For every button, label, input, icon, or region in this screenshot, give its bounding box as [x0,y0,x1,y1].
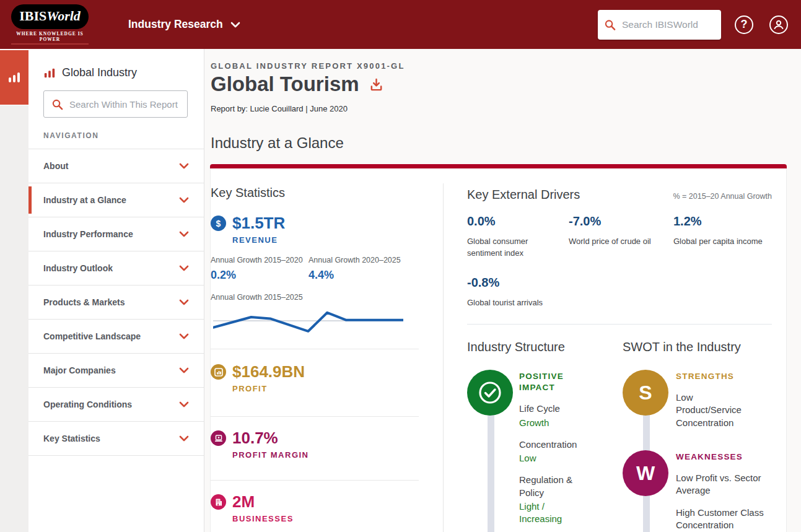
chevron-down-icon [230,22,240,28]
sidebar-title-row: Global Industry [28,49,204,79]
report-main: GLOBAL INDUSTRY REPORT X9001-GL Global T… [204,49,801,532]
report-search-input[interactable] [69,99,181,110]
growth-2020-2025-label: Annual Growth 2020–2025 [309,256,406,264]
industry-structure-heading: Industry Structure [467,340,565,354]
businesses-value: 2M [232,493,294,511]
profit-value: $164.9BN [232,363,305,381]
chevron-down-icon [179,197,189,203]
report-sidebar: Global Industry NAVIGATION About Industr… [0,49,204,532]
industry-research-label: Industry Research [128,18,223,31]
glance-card: Key Statistics $ $1.5TR REVENUE Annual G… [210,164,787,532]
chevron-down-icon [179,435,189,442]
strengths-circle: S [623,370,668,416]
chevron-down-icon [179,231,189,237]
sidebar-rail [0,105,28,532]
bar-chart-icon [7,71,21,84]
external-drivers-note: % = 2015–20 Annual Growth [673,192,773,201]
navigation-label: NAVIGATION [43,131,204,140]
search-icon [51,98,63,110]
laptop-icon [211,430,226,446]
sidebar-title: Global Industry [62,66,137,79]
growth-2015-2020-value: 0.2% [211,269,309,282]
revenue-label: REVENUE [232,235,285,245]
weaknesses-circle: W [623,450,668,496]
swot-heading: SWOT in the Industry [623,340,741,354]
divider [211,480,419,481]
annual-growth-row: Annual Growth 2015–2020 0.2% Annual Grow… [211,256,406,282]
sidebar-nav: About Industry at a Glance Industry Perf… [28,149,204,456]
profit-chart-icon [211,364,226,380]
businesses-label: BUSINESSES [232,514,294,523]
strength-item: Low Product/Service Concentration [676,391,756,429]
report-byline: Report by: Lucie Couillard | June 2020 [211,104,348,113]
sidebar-item-key-statistics[interactable]: Key Statistics [28,422,204,456]
sidebar-collapse-tab[interactable] [0,50,28,105]
report-search-box [43,90,188,118]
sidebar-item-operating-conditions[interactable]: Operating Conditions [28,388,204,422]
profit-margin-label: PROFIT MARGIN [232,450,309,460]
revenue-value: $1.5TR [232,214,285,232]
logo-tagline: WHERE KNOWLEDGE IS POWER [11,31,89,45]
building-icon [211,494,226,510]
chevron-down-icon [179,299,189,305]
structure-regulation: Regulation & Policy Light / Increasing [519,474,601,525]
driver-consumer-sentiment: 0.0% Global consumer sentiment index [467,214,540,259]
section-title: Industry at a Glance [211,134,344,152]
card-accent-bar [210,164,787,168]
growth-2020-2025-value: 4.4% [309,269,406,282]
structure-concentration: Concentration Low [519,438,601,465]
page-title: Global Tourism [211,72,359,96]
driver-crude-oil: -7.0% World price of crude oil [569,214,662,248]
ibisworld-logo[interactable]: IBISWorld WHERE KNOWLEDGE IS POWER [11,4,89,45]
sidebar-item-about[interactable]: About [28,149,204,183]
profit-margin-value: 10.7% [232,429,309,447]
top-header: IBISWorld WHERE KNOWLEDGE IS POWER Indus… [0,0,801,49]
divider [211,349,419,349]
search-icon [604,19,616,31]
chevron-down-icon [179,163,189,169]
help-icon[interactable]: ? [735,15,753,34]
profit-stat: $164.9BN PROFIT [211,363,305,393]
weaknesses-label: WEAKNESSES [676,451,774,463]
weakness-item: Low Profit vs. Sector Average [676,472,774,497]
businesses-stat: 2M BUSINESSES [211,493,294,523]
sidebar-item-major-companies[interactable]: Major Companies [28,354,204,388]
logo-text: IBISWorld [19,8,81,24]
dollar-icon: $ [211,216,226,231]
external-drivers-heading: Key External Drivers [467,188,580,202]
global-industry-icon [43,67,56,79]
sidebar-item-industry-outlook[interactable]: Industry Outlook [28,251,204,286]
driver-per-capita-income: 1.2% Global per capita income [673,214,773,248]
divider [211,416,419,417]
revenue-stat: $ $1.5TR REVENUE [211,214,285,245]
key-statistics-heading: Key Statistics [211,186,285,200]
report-code: GLOBAL INDUSTRY REPORT X9001-GL [211,61,405,71]
weakness-item: High Customer Class Concentration [676,507,766,532]
column-divider [443,183,444,532]
sidebar-item-industry-performance[interactable]: Industry Performance [28,217,204,251]
global-search-box [598,10,721,40]
chevron-down-icon [179,265,189,271]
structure-life-cycle: Life Cycle Growth [519,403,601,429]
divider [467,324,772,325]
sidebar-item-industry-at-a-glance[interactable]: Industry at a Glance [28,183,204,217]
sparkline-chart [213,306,403,336]
logo-oval: IBISWorld [11,4,89,29]
profit-label: PROFIT [232,384,305,393]
chevron-down-icon [179,401,189,408]
global-search-input[interactable] [622,19,715,30]
download-icon[interactable] [369,77,383,92]
positive-impact-check-icon [467,370,513,416]
sidebar-item-competitive-landscape[interactable]: Competitive Landscape [28,320,204,354]
sidebar-item-products-markets[interactable]: Products & Markets [28,286,204,320]
sparkline-series [213,313,403,331]
growth-2015-2020-label: Annual Growth 2015–2020 [211,256,309,264]
profit-margin-stat: 10.7% PROFIT MARGIN [211,429,309,460]
account-icon[interactable] [769,15,788,34]
industry-research-menu[interactable]: Industry Research [128,18,240,31]
driver-tourist-arrivals: -0.8% Global tourist arrivals [467,276,566,309]
chevron-down-icon [179,367,189,373]
sparkline-label: Annual Growth 2015–2025 [211,293,303,302]
strengths-label: STRENGTHS [676,371,774,382]
positive-impact-label: POSITIVE IMPACT [519,371,601,393]
